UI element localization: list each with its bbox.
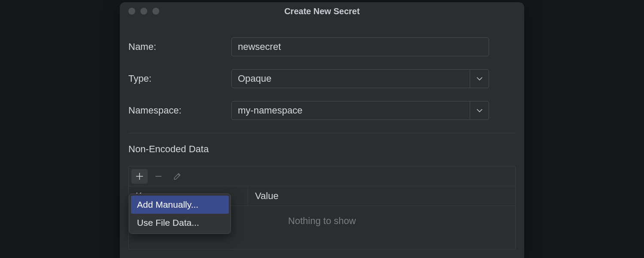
divider xyxy=(128,133,516,133)
chevron-down-icon xyxy=(470,101,489,120)
name-row: Name: xyxy=(128,37,516,56)
menu-item-use-file-data[interactable]: Use File Data... xyxy=(131,214,229,232)
minus-icon xyxy=(154,172,163,181)
namespace-label: Namespace: xyxy=(128,105,231,116)
column-header-value: Value xyxy=(248,186,515,206)
remove-data-button[interactable] xyxy=(150,169,167,184)
edit-data-button[interactable] xyxy=(169,169,185,184)
namespace-row: Namespace: my-namespace xyxy=(128,101,516,120)
data-section-title: Non-Encoded Data xyxy=(128,144,516,155)
dialog-title: Create New Secret xyxy=(120,6,524,16)
namespace-select-value: my-namespace xyxy=(232,105,470,116)
type-select-value: Opaque xyxy=(232,73,470,84)
menu-item-add-manually[interactable]: Add Manually... xyxy=(131,196,229,214)
minimize-window-button[interactable] xyxy=(140,8,147,15)
pencil-icon xyxy=(173,172,182,181)
add-data-menu: Add Manually... Use File Data... xyxy=(129,194,231,234)
data-toolbar xyxy=(129,166,515,186)
type-row: Type: Opaque xyxy=(128,69,516,88)
menu-item-label: Use File Data... xyxy=(137,218,199,228)
empty-state-text: Nothing to show xyxy=(288,215,356,227)
type-select[interactable]: Opaque xyxy=(231,69,489,88)
name-label: Name: xyxy=(128,41,231,52)
titlebar: Create New Secret xyxy=(120,2,524,20)
chevron-down-icon xyxy=(470,70,489,88)
zoom-window-button[interactable] xyxy=(152,8,159,15)
plus-icon xyxy=(135,172,144,181)
window-controls xyxy=(120,8,159,15)
close-window-button[interactable] xyxy=(128,8,135,15)
name-input[interactable] xyxy=(231,37,489,56)
add-data-button[interactable] xyxy=(131,169,148,184)
menu-item-label: Add Manually... xyxy=(137,200,198,210)
namespace-select[interactable]: my-namespace xyxy=(231,101,489,120)
type-label: Type: xyxy=(128,73,231,84)
